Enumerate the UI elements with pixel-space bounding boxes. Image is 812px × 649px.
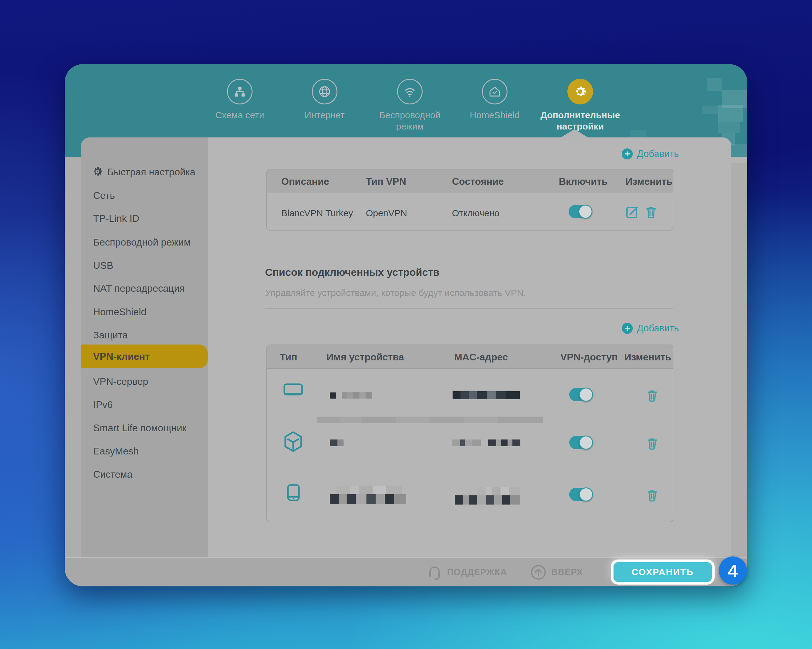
nav-label: Интернет — [282, 109, 367, 121]
edit-icon[interactable] — [626, 205, 639, 219]
vpn-table-header: Описание Тип VPN Состояние Включить Изме… — [267, 170, 673, 193]
redacted-mac-address — [452, 440, 481, 446]
col-edit: Изменить — [626, 170, 672, 193]
save-button-highlight: СОХРАНИТЬ — [611, 559, 714, 585]
sidebar-item-label: NAT переадресация — [93, 281, 185, 295]
delete-icon[interactable] — [644, 205, 658, 219]
nav-advanced-settings[interactable]: Дополнительные настройки — [537, 79, 623, 132]
toggle-knob — [579, 487, 593, 501]
decor-pixel — [731, 144, 747, 163]
delete-icon[interactable] — [646, 388, 659, 402]
redacted-overlay-bar — [317, 417, 543, 423]
vpn-access-toggle[interactable] — [569, 388, 592, 401]
sidebar-item-security[interactable]: Защита — [81, 328, 208, 342]
nav-internet[interactable]: Интернет — [282, 79, 367, 121]
nav-label: Дополнительные настройки — [537, 109, 623, 132]
decor-pixel — [718, 122, 740, 133]
footer-bar: ПОДДЕРЖКА ВВЕРХ СОХРАНИТЬ — [65, 557, 747, 586]
sidebar-item-wireless[interactable]: Беспроводной режим — [81, 235, 208, 249]
sidebar-item-label: Быстрая настройка — [107, 165, 195, 179]
col-type: Тип — [280, 345, 297, 369]
sidebar-item-label: Сеть — [93, 188, 115, 203]
sidebar-item-label: EasyMesh — [93, 444, 139, 458]
content-panel: Добавить Описание Тип VPN Состояние Вклю… — [208, 137, 731, 557]
col-device-name: Имя устройства — [327, 345, 404, 369]
nav-wireless[interactable]: Беспроводной режим — [367, 79, 453, 132]
sidebar-item-easymesh[interactable]: EasyMesh — [81, 444, 208, 458]
add-device-button[interactable]: Добавить — [622, 323, 679, 334]
vpn-access-toggle[interactable] — [569, 488, 592, 501]
sidebar-item-ipv6[interactable]: IPv6 — [81, 398, 208, 412]
sidebar-item-quick-setup[interactable]: Быстрая настройка — [81, 165, 208, 179]
screen: Схема сети Интернет Бесп — [0, 0, 812, 649]
smartphone-icon — [287, 484, 300, 501]
arrow-up-circle-icon — [530, 564, 546, 580]
col-status: Состояние — [452, 170, 504, 193]
row-divider — [274, 472, 667, 472]
sidebar-item-smart-life[interactable]: Smart Life помощник — [81, 421, 208, 435]
redacted-device-name — [330, 494, 406, 504]
sidebar: Быстрая настройка Сеть TP-Link ID Беспро… — [81, 137, 208, 557]
devices-section-title: Список подключенных устройств — [265, 266, 440, 278]
decor-pixel — [707, 78, 722, 91]
plus-icon — [622, 323, 633, 334]
iot-device-icon — [284, 431, 303, 452]
save-button[interactable]: СОХРАНИТЬ — [614, 562, 712, 582]
col-description: Описание — [281, 170, 329, 193]
add-device-label: Добавить — [637, 323, 679, 334]
active-tab-caret — [560, 129, 588, 138]
sidebar-item-label: VPN-сервер — [93, 374, 148, 388]
sidebar-item-label: Беспроводной режим — [93, 235, 191, 249]
redacted-device-name — [330, 392, 336, 399]
toggle-knob — [578, 205, 592, 219]
sidebar-item-label: TP-Link ID — [93, 211, 139, 225]
toggle-knob — [579, 435, 593, 450]
add-vpn-button[interactable]: Добавить — [622, 148, 679, 159]
vpn-status: Отключено — [452, 208, 499, 218]
redacted-device-name — [330, 440, 343, 446]
sidebar-item-tplink-id[interactable]: TP-Link ID — [81, 211, 208, 225]
scroll-top-link[interactable]: ВВЕРХ — [530, 558, 583, 586]
wifi-icon — [397, 79, 423, 104]
col-edit: Изменить — [624, 345, 671, 369]
sidebar-item-label: Smart Life помощник — [93, 421, 186, 435]
decor-pixel — [702, 106, 718, 114]
nav-homeshield[interactable]: HomeShield — [452, 79, 537, 121]
sidebar-item-usb[interactable]: USB — [81, 258, 208, 272]
nav-network-map[interactable]: Схема сети — [197, 79, 282, 121]
decor-pixel — [718, 105, 743, 122]
redacted-mac-address — [455, 495, 520, 504]
support-label: ПОДДЕРЖКА — [447, 567, 507, 577]
sidebar-item-nat[interactable]: NAT переадресация — [81, 281, 208, 295]
vpn-enable-toggle[interactable] — [569, 205, 592, 218]
step-number: 4 — [728, 560, 738, 581]
sidebar-item-label: Защита — [93, 328, 128, 342]
sidebar-item-label: VPN-клиент — [93, 345, 150, 368]
col-enable: Включить — [559, 170, 608, 193]
support-link[interactable]: ПОДДЕРЖКА — [427, 558, 507, 586]
globe-icon — [312, 79, 337, 104]
gear-icon — [568, 79, 593, 104]
step-badge: 4 — [719, 556, 747, 585]
delete-icon[interactable] — [646, 489, 659, 502]
sidebar-item-label: USB — [93, 258, 113, 272]
nav-label: Беспроводной режим — [367, 109, 453, 132]
add-vpn-label: Добавить — [637, 148, 679, 159]
col-mac: MAC-адрес — [454, 345, 508, 369]
redacted-device-name — [342, 392, 372, 399]
vpn-access-toggle[interactable] — [569, 436, 592, 449]
delete-icon[interactable] — [646, 437, 659, 450]
sidebar-item-label: IPv6 — [93, 398, 113, 412]
sidebar-item-vpn-client[interactable]: VPN-клиент — [81, 345, 208, 368]
sidebar-item-network[interactable]: Сеть — [81, 188, 208, 203]
sidebar-item-homeshield[interactable]: HomeShield — [81, 305, 208, 319]
home-shield-icon — [482, 79, 508, 104]
sidebar-item-system[interactable]: Система — [81, 467, 208, 481]
redacted-mac-address — [477, 487, 520, 495]
sidebar-item-vpn-server[interactable]: VPN-сервер — [81, 374, 208, 388]
devices-section-subtitle: Управляйте устройствами, которые будут и… — [265, 288, 526, 298]
vpn-table: Описание Тип VPN Состояние Включить Изме… — [266, 169, 673, 231]
gear-outline-icon — [91, 165, 104, 178]
nav-label: HomeShield — [452, 109, 537, 121]
plus-icon — [622, 148, 633, 159]
